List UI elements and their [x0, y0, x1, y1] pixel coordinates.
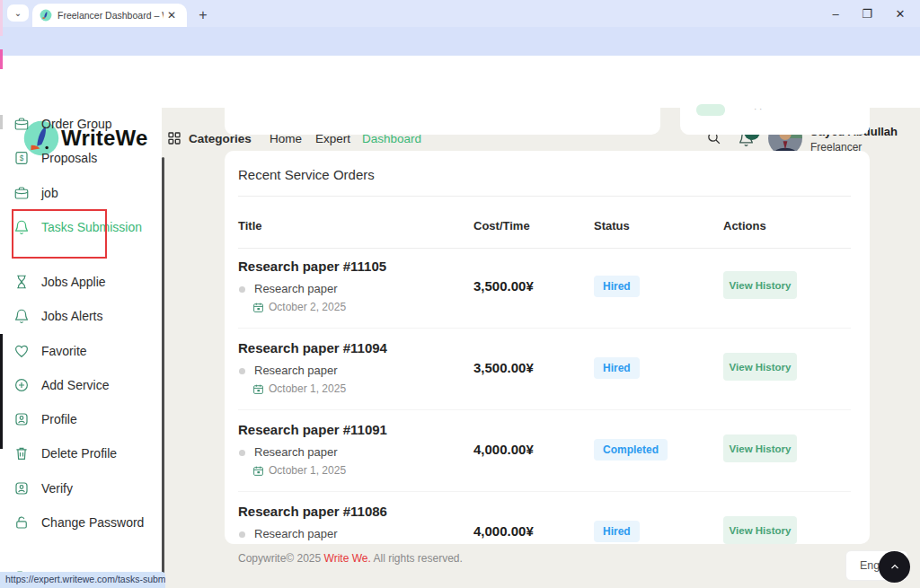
order-row: Research paper #11094 Research paper Oct… [225, 333, 870, 415]
site-header: WriteWe Categories Home Expert Dashboard… [0, 56, 920, 108]
view-history-button[interactable]: View History [723, 516, 797, 544]
card-title: Recent Service Orders [238, 167, 375, 182]
link-status-bar: https://expert.writewe.com/tasks-submiss… [0, 572, 165, 588]
bullet-dot [239, 368, 245, 374]
sidebar-item-jobs-alerts[interactable]: Jobs Alerts [0, 306, 162, 327]
id-card-icon [13, 411, 30, 427]
sidebar-item-add-service[interactable]: Add Service [0, 375, 162, 396]
window-minimize-button[interactable]: – [822, 7, 849, 22]
grid-icon [167, 131, 181, 145]
sidebar-item-favorite[interactable]: Favorite [0, 341, 162, 362]
sidebar-item-change-password[interactable]: Change Password [0, 513, 162, 533]
sidebar-item-verify[interactable]: Verify [0, 478, 162, 499]
bell-icon [13, 308, 30, 324]
order-row: Research paper #11091 Research paper Oct… [225, 415, 870, 496]
chevron-up-icon [889, 561, 901, 574]
recent-orders-card: Recent Service Orders Title Cost/Time St… [225, 151, 870, 544]
view-history-button[interactable]: View History [723, 353, 797, 381]
sidebar-scrollbar[interactable] [162, 157, 164, 582]
annotation-red-box [12, 209, 107, 259]
order-service: Research paper [254, 364, 338, 377]
window-maximize-button[interactable]: ❐ [854, 7, 880, 22]
sidebar-item-job[interactable]: job [0, 183, 162, 204]
sidebar-item-delete-profile[interactable]: Delete Profile [0, 443, 162, 464]
partial-green-pill [696, 104, 725, 116]
order-row: Research paper #11105 Research paper Oct… [225, 251, 870, 333]
sidebar-item-label: Profile [41, 412, 77, 426]
left-scroll-indicator [0, 334, 3, 449]
briefcase-icon [13, 116, 30, 132]
order-date-text: October 1, 2025 [269, 382, 346, 395]
divider [238, 409, 851, 410]
lock-icon [13, 514, 30, 531]
copyright-suffix: All rights reserved. [371, 552, 463, 565]
view-history-button[interactable]: View History [723, 271, 797, 299]
browser-toolbar: expert.writewe.com/freelancer-dashboard/ [0, 27, 920, 57]
plus-circle-icon [13, 377, 30, 393]
sidebar-item-order-group[interactable]: Order Group [0, 114, 162, 135]
window-close-button[interactable]: ✕ [887, 7, 914, 22]
column-header-status: Status [594, 219, 630, 233]
partial-card-left [225, 108, 660, 135]
divider [238, 491, 851, 492]
copyright-prefix: Copywrite© 2025 [238, 552, 324, 565]
order-cost: 3,500.00¥ [473, 360, 534, 375]
sidebar-item-label: Proposals [41, 151, 97, 165]
sidebar-item-label: Add Service [41, 378, 109, 392]
sidebar-item-label: Jobs Alerts [41, 309, 102, 323]
edge-streak [0, 49, 3, 69]
sidebar-item-proposals[interactable]: $Proposals [0, 148, 162, 169]
edge-streak [0, 0, 3, 36]
order-row: Research paper #11086 Research paper 4,0… [225, 496, 870, 544]
calendar-icon [252, 383, 264, 395]
order-title: Research paper #11105 [238, 259, 386, 274]
status-badge: Hired [594, 357, 640, 379]
order-date: October 1, 2025 [252, 464, 346, 477]
tab-close-icon[interactable]: ✕ [167, 9, 176, 22]
svg-text:$: $ [20, 154, 24, 162]
browser-tabstrip: ⌄ Freelancer Dashboard – Writew ✕ + – ❐ … [0, 0, 920, 27]
trash-icon [13, 445, 30, 461]
hourglass-icon [13, 274, 30, 290]
bullet-dot [239, 286, 245, 293]
bullet-dot [239, 450, 245, 456]
order-date: October 1, 2025 [252, 382, 346, 395]
sidebar-item-label: job [41, 186, 58, 200]
order-date: October 2, 2025 [252, 301, 346, 313]
scroll-to-top-button[interactable] [879, 551, 910, 583]
divider [238, 196, 851, 197]
bullet-dot [239, 531, 245, 538]
order-date-text: October 2, 2025 [269, 301, 346, 313]
tab-search-button[interactable]: ⌄ [7, 4, 29, 22]
sidebar-item-label: Jobs Applie [41, 275, 106, 289]
new-tab-button[interactable]: + [194, 6, 212, 24]
status-badge: Completed [594, 439, 668, 461]
sidebar-item-label: Delete Profile [41, 446, 117, 461]
column-header-actions: Actions [723, 219, 766, 233]
order-service: Research paper [254, 282, 338, 295]
briefcase-icon [13, 185, 30, 201]
order-cost: 4,000.00¥ [473, 523, 534, 539]
divider [238, 328, 851, 329]
sidebar-item-jobs-applie[interactable]: Jobs Applie [0, 272, 162, 293]
status-badge: Hired [594, 521, 640, 542]
sidebar-item-label: Favorite [41, 344, 87, 358]
column-header-cost: Cost/Time [473, 219, 530, 233]
column-header-title: Title [238, 219, 262, 233]
partial-card-right: · · [680, 108, 870, 135]
sidebar-item-profile[interactable]: Profile [0, 409, 162, 430]
divider [238, 248, 851, 249]
footer-brand[interactable]: Write We. [324, 552, 371, 565]
sidebar-item-label: Order Group [41, 117, 112, 131]
partial-dots: · · [754, 104, 762, 114]
footer-copyright: Copywrite© 2025 Write We. All rights res… [238, 552, 463, 565]
view-history-button[interactable]: View History [723, 434, 797, 462]
id-card-icon [13, 480, 30, 496]
order-cost: 3,500.00¥ [473, 278, 534, 294]
order-title: Research paper #11086 [238, 504, 387, 519]
calendar-icon [252, 302, 264, 313]
sidebar-item-label: Verify [41, 481, 73, 496]
order-title: Research paper #11091 [238, 422, 387, 437]
browser-tab[interactable]: Freelancer Dashboard – Writew ✕ [32, 4, 187, 27]
status-badge: Hired [594, 276, 640, 297]
